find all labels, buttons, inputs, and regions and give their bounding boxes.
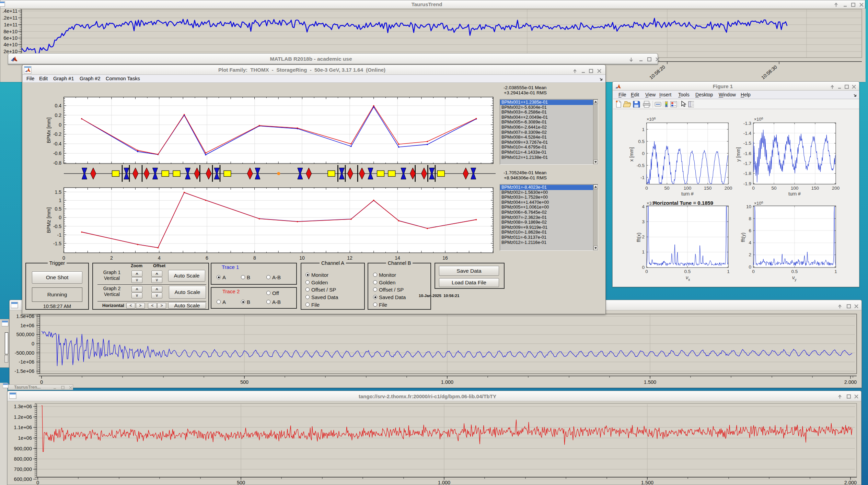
svg-text:-1.7: -1.7 [743, 161, 751, 166]
svg-text:0: 0 [752, 186, 755, 191]
svg-text:0: 0 [752, 269, 755, 274]
svg-text:×106: ×106 [754, 116, 763, 122]
svg-text:2: 2 [642, 234, 645, 239]
svg-text:0.5: 0.5 [638, 139, 645, 144]
svg-text:turn #: turn # [681, 191, 694, 197]
svg-text:y [mm]: y [mm] [736, 147, 741, 162]
svg-text:1: 1 [727, 269, 730, 274]
svg-text:150: 150 [704, 186, 712, 191]
svg-text:-1.4: -1.4 [743, 131, 752, 136]
svg-text:-1: -1 [640, 175, 645, 180]
svg-text:Horizontal Tune = 0.1859: Horizontal Tune = 0.1859 [653, 200, 713, 206]
svg-text:0: 0 [642, 151, 645, 156]
svg-text:-1.6: -1.6 [743, 151, 751, 156]
svg-text:x [mm]: x [mm] [629, 147, 634, 162]
svg-text:100: 100 [684, 186, 692, 191]
svg-text:8: 8 [749, 216, 751, 221]
svg-text:50: 50 [771, 186, 776, 191]
svg-text:1: 1 [642, 249, 645, 255]
svg-text:100: 100 [791, 186, 799, 191]
svg-text:3: 3 [642, 219, 645, 224]
svg-text:-1.5: -1.5 [743, 141, 751, 146]
svg-text:0: 0 [645, 186, 648, 191]
svg-text:1: 1 [642, 127, 645, 132]
svg-text:0: 0 [749, 264, 751, 270]
svg-text:-1.8: -1.8 [743, 171, 751, 176]
svg-text:fft(y): fft(y) [740, 233, 746, 242]
svg-text:4: 4 [642, 204, 645, 209]
svg-text:fft(x): fft(x) [636, 233, 641, 242]
svg-text:0.5: 0.5 [684, 269, 691, 274]
svg-text:2: 2 [749, 252, 751, 257]
svg-text:turn #: turn # [788, 191, 801, 197]
svg-text:-0.5: -0.5 [637, 163, 645, 168]
svg-text:x: x [688, 277, 690, 282]
svg-text:6: 6 [749, 228, 751, 233]
svg-text:50: 50 [664, 186, 669, 191]
svg-text:×106: ×106 [647, 116, 656, 122]
svg-text:0: 0 [645, 269, 648, 274]
svg-text:1: 1 [834, 269, 837, 274]
svg-text:0: 0 [642, 265, 645, 270]
svg-text:-1.3: -1.3 [743, 121, 751, 126]
svg-text:200: 200 [832, 186, 840, 191]
svg-text:200: 200 [725, 186, 732, 191]
svg-text:0.5: 0.5 [791, 269, 798, 274]
svg-text:4: 4 [749, 240, 751, 245]
svg-text:10: 10 [746, 204, 751, 209]
svg-text:150: 150 [811, 186, 819, 191]
svg-text:-1.9: -1.9 [743, 181, 751, 186]
svg-text:y: y [795, 277, 797, 282]
svg-text:×106: ×106 [754, 200, 763, 206]
